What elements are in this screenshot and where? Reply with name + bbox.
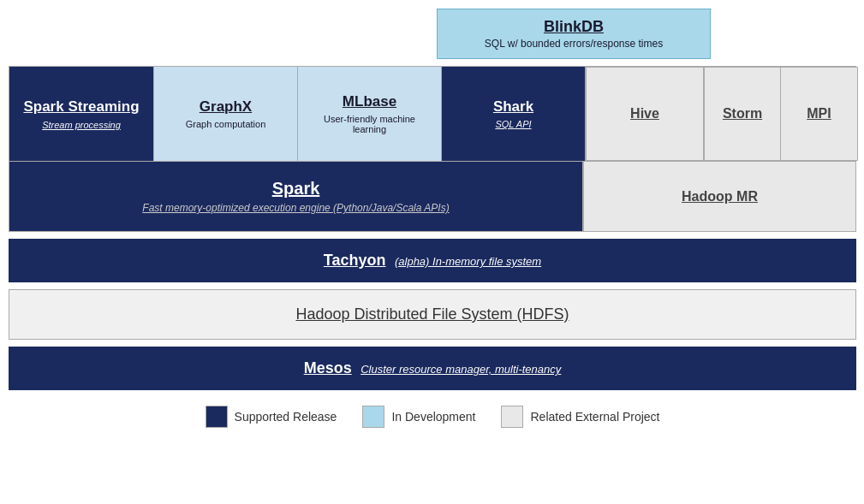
hive-box: Hive <box>586 67 704 161</box>
mlbase-title: MLbase <box>343 93 396 110</box>
legend-dark-box <box>206 406 228 428</box>
legend-in-development-label: In Development <box>391 410 475 424</box>
mpi-box: MPI <box>781 67 858 161</box>
blinkdb-box: BlinkDB SQL w/ bounded errors/response t… <box>437 9 711 59</box>
mpi-title: MPI <box>807 106 831 122</box>
blinkdb-row: BlinkDB SQL w/ bounded errors/response t… <box>9 9 856 59</box>
shark-title: Shark <box>493 98 533 116</box>
mlbase-box: MLbase User-friendly machine learning <box>297 67 441 161</box>
mlbase-subtitle: User-friendly machine learning <box>307 114 432 134</box>
diagram-container: BlinkDB SQL w/ bounded errors/response t… <box>9 9 856 428</box>
hive-title: Hive <box>630 106 659 122</box>
shark-box: Shark SQL API <box>441 67 585 161</box>
storm-title: Storm <box>723 106 762 122</box>
spark-box: Spark Fast memory-optimized execution en… <box>9 162 583 231</box>
spark-streaming-box: Spark Streaming Stream processing <box>9 67 153 161</box>
legend-supported-label: Supported Release <box>235 410 337 424</box>
shark-subtitle: SQL API <box>495 119 531 129</box>
hadoop-mr-box: Hadoop MR <box>583 162 855 231</box>
graphx-box: GraphX Graph computation <box>153 67 297 161</box>
middle-row: Spark Fast memory-optimized execution en… <box>9 162 856 232</box>
tachyon-title: Tachyon <box>324 252 386 269</box>
graphx-subtitle: Graph computation <box>186 119 266 129</box>
spark-subtitle: Fast memory-optimized execution engine (… <box>142 202 449 214</box>
hdfs-title: Hadoop Distributed File System (HDFS) <box>295 305 569 323</box>
tachyon-subtitle: (alpha) In-memory file system <box>395 255 541 268</box>
mesos-title: Mesos <box>304 359 352 377</box>
legend-gray-box <box>501 406 523 428</box>
mesos-subtitle: Cluster resource manager, multi-tenancy <box>360 363 561 376</box>
top-row: Spark Streaming Stream processing GraphX… <box>9 66 856 162</box>
storm-box: Storm <box>704 67 781 161</box>
legend-supported: Supported Release <box>206 406 337 428</box>
legend-external: Related External Project <box>501 406 659 428</box>
spark-streaming-title: Spark Streaming <box>23 98 139 116</box>
blinkdb-subtitle: SQL w/ bounded errors/response times <box>451 38 696 50</box>
tachyon-row: Tachyon (alpha) In-memory file system <box>9 239 856 282</box>
spark-title: Spark <box>272 179 320 199</box>
hadoop-mr-title: Hadoop MR <box>682 189 758 205</box>
legend: Supported Release In Development Related… <box>9 406 856 428</box>
legend-light-blue-box <box>362 406 384 428</box>
spark-streaming-subtitle: Stream processing <box>42 120 121 130</box>
mesos-row: Mesos Cluster resource manager, multi-te… <box>9 347 856 390</box>
blinkdb-title: BlinkDB <box>451 18 696 36</box>
legend-in-development: In Development <box>362 406 475 428</box>
graphx-title: GraphX <box>200 98 252 116</box>
external-top-group: Hive Storm MPI <box>585 67 858 161</box>
hdfs-row: Hadoop Distributed File System (HDFS) <box>9 289 856 340</box>
legend-external-label: Related External Project <box>530 410 659 424</box>
